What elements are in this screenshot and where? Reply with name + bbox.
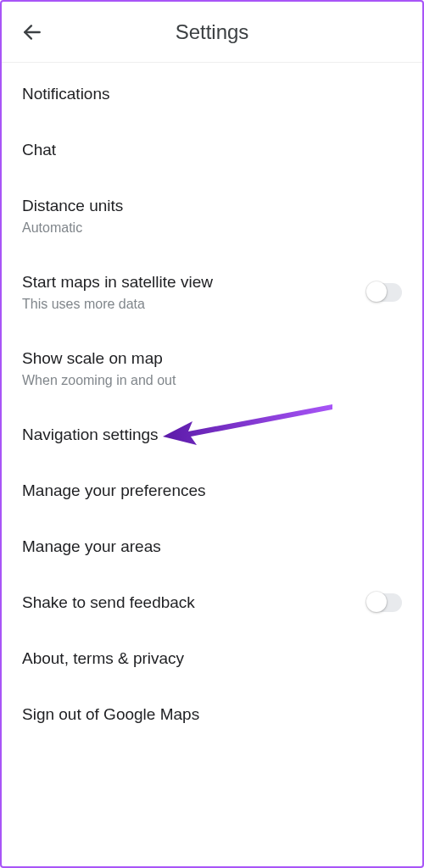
arrow-back-icon [21, 21, 43, 43]
settings-row[interactable]: Start maps in satellite viewThis uses mo… [2, 254, 422, 331]
row-texts: About, terms & privacy [22, 649, 184, 668]
settings-row[interactable]: Sign out of Google Maps [2, 687, 422, 743]
row-label: Distance units [22, 197, 123, 215]
row-subtitle: This uses more data [22, 297, 213, 312]
row-texts: Shake to send feedback [22, 593, 195, 612]
row-texts: Sign out of Google Maps [22, 705, 199, 724]
row-label: About, terms & privacy [22, 649, 184, 668]
settings-row[interactable]: Notifications [2, 66, 422, 122]
row-label: Sign out of Google Maps [22, 705, 199, 724]
row-label: Start maps in satellite view [22, 273, 213, 292]
settings-row[interactable]: Chat [2, 122, 422, 178]
row-label: Chat [22, 141, 56, 159]
settings-row[interactable]: Manage your areas [2, 519, 422, 575]
row-label: Shake to send feedback [22, 593, 195, 612]
row-texts: Manage your preferences [22, 481, 206, 500]
row-texts: Chat [22, 141, 56, 159]
row-label: Show scale on map [22, 349, 176, 368]
toggle-switch[interactable] [368, 593, 402, 612]
row-label: Manage your areas [22, 537, 161, 556]
header: Settings [2, 2, 422, 63]
row-texts: Distance unitsAutomatic [22, 197, 123, 236]
row-texts: Notifications [22, 85, 110, 103]
settings-row[interactable]: Shake to send feedback [2, 575, 422, 631]
row-label: Notifications [22, 85, 110, 103]
settings-row[interactable]: Show scale on mapWhen zooming in and out [2, 331, 422, 407]
back-button[interactable] [15, 15, 49, 49]
toggle-switch[interactable] [368, 283, 402, 302]
settings-row[interactable]: About, terms & privacy [2, 631, 422, 687]
settings-row[interactable]: Distance unitsAutomatic [2, 178, 422, 254]
page-title: Settings [2, 20, 422, 44]
row-label: Navigation settings [22, 426, 159, 444]
row-subtitle: Automatic [22, 220, 123, 236]
row-texts: Start maps in satellite viewThis uses mo… [22, 273, 213, 312]
row-texts: Show scale on mapWhen zooming in and out [22, 349, 176, 388]
row-texts: Manage your areas [22, 537, 161, 556]
settings-row[interactable]: Manage your preferences [2, 463, 422, 519]
settings-row[interactable]: Navigation settings [2, 407, 422, 463]
settings-list: NotificationsChatDistance unitsAutomatic… [2, 63, 422, 743]
row-label: Manage your preferences [22, 481, 206, 500]
row-subtitle: When zooming in and out [22, 373, 176, 388]
row-texts: Navigation settings [22, 426, 159, 444]
